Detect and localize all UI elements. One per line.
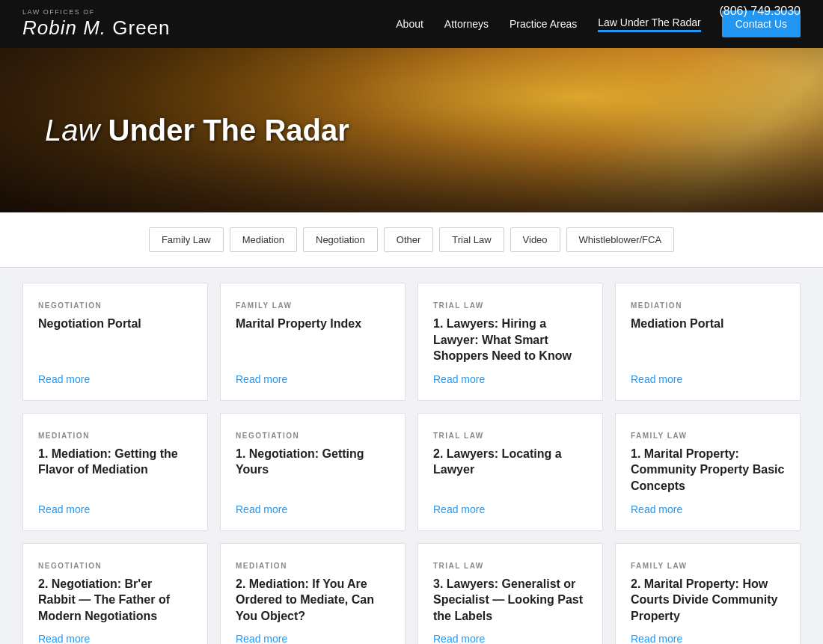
- filter-bar: Family Law Mediation Negotiation Other T…: [0, 212, 823, 268]
- card-11: FAMILY LAW 2. Marital Property: How Cour…: [615, 543, 801, 644]
- card-7: FAMILY LAW 1. Marital Property: Communit…: [615, 413, 801, 531]
- filter-whistleblower[interactable]: Whistleblower/FCA: [566, 227, 675, 252]
- card-6: TRIAL LAW 2. Lawyers: Locating a Lawyer …: [417, 413, 603, 531]
- filter-trial-law[interactable]: Trial Law: [439, 227, 504, 252]
- card-8-category: NEGOTIATION: [38, 562, 192, 570]
- nav-about[interactable]: About: [396, 18, 423, 30]
- card-6-title: 2. Lawyers: Locating a Lawyer: [433, 446, 587, 494]
- card-0: NEGOTIATION Negotiation Portal Read more: [22, 283, 208, 401]
- filter-negotiation[interactable]: Negotiation: [303, 227, 378, 252]
- card-10: TRIAL LAW 3. Lawyers: Generalist or Spec…: [417, 543, 603, 644]
- card-11-title: 2. Marital Property: How Courts Divide C…: [631, 576, 785, 625]
- card-3-category: MEDIATION: [631, 301, 785, 310]
- cards-grid: NEGOTIATION Negotiation Portal Read more…: [22, 283, 801, 644]
- law-offices-label: LAW OFFICES OF: [22, 8, 171, 16]
- card-4-read-more[interactable]: Read more: [38, 503, 192, 515]
- card-0-read-more[interactable]: Read more: [38, 373, 192, 385]
- card-3-title: Mediation Portal: [631, 316, 785, 364]
- header-phone: (806) 749.3030: [719, 4, 801, 18]
- card-0-title: Negotiation Portal: [38, 316, 192, 364]
- card-3-read-more[interactable]: Read more: [631, 373, 785, 385]
- card-2-title: 1. Lawyers: Hiring a Lawyer: What Smart …: [433, 316, 587, 364]
- card-9-category: MEDIATION: [236, 562, 390, 570]
- card-7-category: FAMILY LAW: [631, 432, 785, 440]
- nav-law-under-radar[interactable]: Law Under The Radar: [598, 16, 700, 32]
- nav-attorneys[interactable]: Attorneys: [444, 18, 489, 30]
- card-1-category: FAMILY LAW: [236, 301, 390, 310]
- card-10-category: TRIAL LAW: [433, 562, 587, 570]
- card-8: NEGOTIATION 2. Negotiation: Br'er Rabbit…: [22, 543, 208, 644]
- card-3: MEDIATION Mediation Portal Read more: [615, 283, 801, 401]
- card-4-title: 1. Mediation: Getting the Flavor of Medi…: [38, 446, 192, 494]
- filter-mediation[interactable]: Mediation: [230, 227, 297, 252]
- card-1: FAMILY LAW Marital Property Index Read m…: [220, 283, 406, 401]
- card-11-read-more[interactable]: Read more: [631, 633, 785, 644]
- card-10-read-more[interactable]: Read more: [433, 633, 587, 644]
- card-6-read-more[interactable]: Read more: [433, 503, 587, 515]
- filter-video[interactable]: Video: [510, 227, 560, 252]
- card-1-title: Marital Property Index: [236, 316, 390, 364]
- card-4-category: MEDIATION: [38, 432, 192, 440]
- card-4: MEDIATION 1. Mediation: Getting the Flav…: [22, 413, 208, 531]
- card-6-category: TRIAL LAW: [433, 432, 587, 440]
- filter-other[interactable]: Other: [384, 227, 434, 252]
- card-7-title: 1. Marital Property: Community Property …: [631, 446, 785, 494]
- card-2: TRIAL LAW 1. Lawyers: Hiring a Lawyer: W…: [417, 283, 603, 401]
- firm-name: Robin M. Green: [22, 16, 171, 40]
- card-9-read-more[interactable]: Read more: [236, 633, 390, 644]
- card-5: NEGOTIATION 1. Negotiation: Getting Your…: [220, 413, 406, 531]
- card-5-title: 1. Negotiation: Getting Yours: [236, 446, 390, 494]
- card-1-read-more[interactable]: Read more: [236, 373, 390, 385]
- hero-section: Law Under The Radar: [0, 48, 823, 212]
- logo[interactable]: LAW OFFICES OF Robin M. Green: [22, 8, 171, 40]
- card-5-read-more[interactable]: Read more: [236, 503, 390, 515]
- cards-container: NEGOTIATION Negotiation Portal Read more…: [0, 268, 823, 644]
- header: (806) 749.3030 LAW OFFICES OF Robin M. G…: [0, 0, 823, 48]
- card-11-category: FAMILY LAW: [631, 562, 785, 570]
- nav-practice-areas[interactable]: Practice Areas: [510, 18, 577, 30]
- card-0-category: NEGOTIATION: [38, 301, 192, 310]
- card-7-read-more[interactable]: Read more: [631, 503, 785, 515]
- card-8-read-more[interactable]: Read more: [38, 633, 192, 644]
- card-10-title: 3. Lawyers: Generalist or Specialist — L…: [433, 576, 587, 625]
- card-2-read-more[interactable]: Read more: [433, 373, 587, 385]
- filter-family-law[interactable]: Family Law: [149, 227, 224, 252]
- card-8-title: 2. Negotiation: Br'er Rabbit — The Fathe…: [38, 576, 192, 625]
- card-9: MEDIATION 2. Mediation: If You Are Order…: [220, 543, 406, 644]
- card-5-category: NEGOTIATION: [236, 432, 390, 440]
- card-9-title: 2. Mediation: If You Are Ordered to Medi…: [236, 576, 390, 625]
- card-2-category: TRIAL LAW: [433, 301, 587, 310]
- hero-title: Law Under The Radar: [45, 114, 349, 147]
